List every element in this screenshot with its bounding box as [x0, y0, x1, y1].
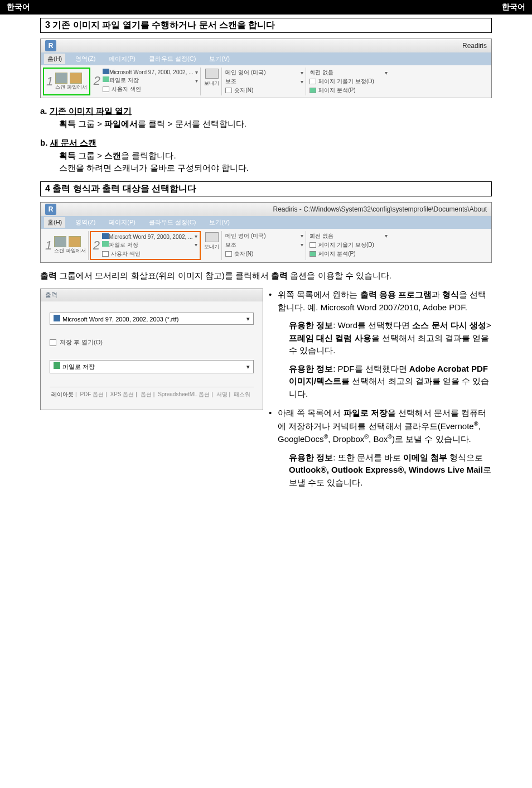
tip-1: 유용한 정보: Word를 선택했다면 소스 문서 다시 생성> 프레임 대신 … [289, 319, 492, 357]
tab-cloud[interactable]: 클라우드 설정(C) [146, 54, 199, 64]
rotation-group: 회전 없음▾ 페이지 기울기 보정(D) 페이지 분석(P) [307, 231, 390, 260]
checkbox-icon [50, 339, 56, 346]
checkbox-icon [225, 251, 232, 257]
readiris-logo-icon: R [45, 204, 56, 215]
section4-intro: 출력 그룹에서 모서리의 화살표(위의 이미지 참고)를 클릭해서 출력 옵션을… [40, 270, 492, 282]
main-lang-dropdown[interactable]: 메인 영어 (미국)▾ [225, 69, 303, 76]
tab-page[interactable]: 페이지(P) [105, 54, 139, 64]
tab-area[interactable]: 영역(Z) [72, 217, 99, 228]
tab-page[interactable]: 페이지(P) [105, 217, 139, 228]
scan-from-label: 스캔 파일에서 [54, 247, 86, 254]
rotation-dropdown[interactable]: 회전 없음▾ [309, 69, 388, 76]
tab-password[interactable]: 패스워 [232, 391, 252, 397]
format-dropdown[interactable]: Microsoft Word 97, 2000, 2002, ... ▾ [103, 69, 198, 75]
scanner-icon[interactable] [55, 73, 67, 84]
checkbox-icon [225, 88, 232, 93]
saveas-select[interactable]: 파일로 저장 ▾ [50, 360, 254, 373]
scanner-icon[interactable] [54, 236, 66, 247]
analyze-checkbox[interactable]: 페이지 분석(P) [309, 87, 388, 94]
main-lang-dropdown[interactable]: 메인 영어 (미국)▾ [225, 232, 303, 240]
send-group[interactable]: 보내기 [202, 68, 222, 95]
tab-area[interactable]: 영역(Z) [72, 54, 99, 64]
item-a-label: a. [40, 106, 47, 116]
send-icon [205, 69, 219, 79]
instruction-a: a. 기존 이미지 파일 열기 획득 그룹 > 파일에서를 클릭 > 문서를 선… [40, 105, 492, 130]
tab-cloud[interactable]: 클라우드 설정(C) [146, 217, 199, 228]
chevron-down-icon: ▾ [195, 233, 197, 239]
tab-layout[interactable]: 레이아웃 [50, 391, 75, 397]
app-title: Readiris [462, 42, 487, 50]
instruction-b: b. 새 문서 스캔 획득 그룹 > 스캔을 클릭합니다. 스캔을 하려면 스캐… [40, 137, 492, 175]
tab-view[interactable]: 보기(V) [206, 54, 233, 64]
header-left: 한국어 [7, 2, 30, 12]
app-titlebar-2: R Readiris - C:\Windows\System32\config\… [41, 203, 491, 216]
item-a-heading: 기존 이미지 파일 열기 [50, 106, 132, 116]
checkbox-icon [102, 251, 109, 257]
output-group-highlighted: 2 Microsoft Word 97, 2000, 2002, ... ▾ 파… [90, 231, 201, 260]
format-dropdown[interactable]: Microsoft Word 97, 2000, 2002, ... ▾ [102, 233, 197, 240]
header-right: 한국어 [502, 2, 525, 12]
chevron-down-icon: ▾ [301, 70, 303, 76]
chevron-down-icon: ▾ [301, 79, 303, 85]
numbers-checkbox[interactable]: 숫자(N) [225, 250, 303, 258]
app-titlebar: R Readiris [41, 39, 491, 52]
section-3-title: 3 기존 이미지 파일 열기를 수행하거나 문서 스캔을 합니다 [40, 18, 492, 33]
save-dropdown[interactable]: 파일로 저장 ▾ [102, 241, 197, 249]
tab-home[interactable]: 홈(H) [44, 217, 65, 228]
tab-home[interactable]: 홈(H) [44, 54, 65, 64]
bullet-2: • 아래 쪽 목록에서 파일로 저장을 선택해서 문서를 컴퓨터에 저장하거나 … [269, 407, 492, 489]
language-group: 메인 영어 (미국)▾ 보조▾ 숫자(N) [223, 231, 306, 260]
folder-icon[interactable] [69, 236, 81, 247]
item-b-label: b. [40, 138, 47, 147]
tab-pdf[interactable]: PDF 옵션 [78, 391, 105, 397]
tab-options[interactable]: 옵션 [139, 391, 153, 397]
item-b-action: 스캔 [104, 151, 121, 160]
open-after-checkbox[interactable]: 저장 후 열기(O) [50, 338, 254, 347]
disk-icon [54, 362, 60, 369]
item-a-action: 파일에서 [104, 119, 138, 128]
assist-dropdown[interactable]: 보조▾ [225, 241, 303, 249]
tip-3: 유용한 정보: 또한 문서를 바로 이메일 첨부 형식으로 Outlook®, … [289, 451, 492, 489]
tab-view[interactable]: 보기(V) [206, 217, 233, 228]
user-index-checkbox[interactable]: 사용자 색인 [102, 250, 197, 258]
ribbon-tabs: 홈(H) 영역(Z) 페이지(P) 클라우드 설정(C) 보기(V) [41, 52, 491, 65]
format-select[interactable]: Microsoft Word 97, 2000, 2002, 2003 (*.r… [50, 313, 254, 325]
deskew-checkbox[interactable]: 페이지 기울기 보정(D) [309, 241, 388, 249]
rotation-group: 회전 없음▾ 페이지 기울기 보정(D) 페이지 분석(P) [307, 68, 390, 95]
readiris-logo-icon: R [45, 40, 56, 51]
deskew-checkbox[interactable]: 페이지 기울기 보정(D) [309, 78, 388, 85]
app-title-2: Readiris - C:\Windows\System32\config\sy… [273, 205, 487, 213]
tip-2: 유용한 정보: PDF를 선택했다면 Adobe Acrobat PDF 이미지… [289, 363, 492, 401]
cloud-icon [103, 76, 109, 82]
ribbon-tabs-2: 홈(H) 영역(Z) 페이지(P) 클라우드 설정(C) 보기(V) [41, 216, 491, 229]
checkbox-checked-icon [309, 251, 316, 257]
user-index-checkbox[interactable]: 사용자 색인 [103, 85, 198, 93]
tab-signature[interactable]: 서명 [215, 391, 229, 397]
bullet-icon: • [269, 289, 272, 400]
output-dialog: 출력 Microsoft Word 97, 2000, 2002, 2003 (… [40, 289, 263, 410]
assist-dropdown[interactable]: 보조▾ [225, 78, 303, 85]
screenshot-section3: R Readiris 홈(H) 영역(Z) 페이지(P) 클라우드 설정(C) … [40, 39, 492, 98]
numbers-checkbox[interactable]: 숫자(N) [225, 87, 303, 94]
acquire-group: 1 스캔 파일에서 [43, 68, 90, 95]
item-b-group: 획득 [59, 151, 76, 160]
checkbox-icon [309, 79, 316, 84]
tab-xps[interactable]: XPS 옵션 [109, 391, 136, 397]
send-label: 보내기 [204, 243, 219, 251]
save-dropdown[interactable]: 파일로 저장 ▾ [103, 76, 198, 84]
step2-number: 2 [94, 74, 100, 88]
folder-icon[interactable] [70, 73, 82, 84]
send-group[interactable]: 보내기 [202, 231, 222, 260]
ribbon: 1 스캔 파일에서 2 Microsoft Word 97, 2000, 200… [41, 65, 491, 98]
section-4-title: 4 출력 형식과 출력 대상을 선택합니다 [40, 181, 492, 196]
item-b-heading: 새 문서 스캔 [50, 138, 96, 147]
step1-number: 1 [46, 74, 53, 89]
send-icon [205, 232, 219, 242]
screenshot-section4: R Readiris - C:\Windows\System32\config\… [40, 202, 492, 263]
analyze-checkbox[interactable]: 페이지 분석(P) [309, 250, 388, 258]
rotation-dropdown[interactable]: 회전 없음▾ [309, 232, 388, 240]
language-group: 메인 영어 (미국)▾ 보조▾ 숫자(N) [223, 68, 306, 95]
chevron-down-icon: ▾ [301, 242, 303, 248]
tab-spreadsheet[interactable]: SpreadsheetML 옵션 [156, 391, 211, 397]
chevron-down-icon: ▾ [195, 69, 198, 75]
